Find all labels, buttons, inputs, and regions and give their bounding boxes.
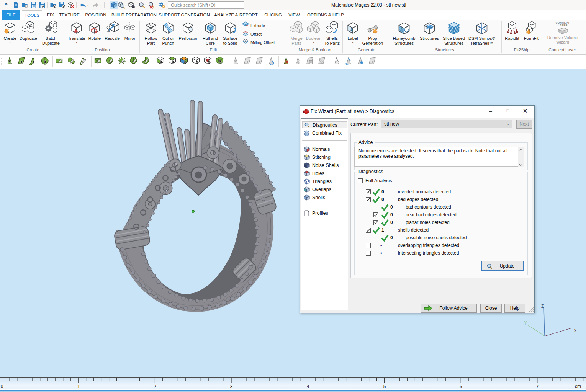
svg-text:7: 7 (536, 384, 539, 389)
svg-text:4: 4 (307, 384, 309, 389)
svg-text:3: 3 (230, 384, 233, 389)
svg-text:X: X (574, 328, 577, 333)
svg-text:Z: Z (541, 304, 544, 309)
svg-text:Y: Y (524, 320, 527, 326)
svg-text:2: 2 (154, 384, 156, 389)
svg-text:5: 5 (383, 384, 386, 389)
svg-text:0: 0 (1, 384, 3, 389)
svg-text:1: 1 (77, 384, 80, 389)
svg-text:6: 6 (460, 384, 462, 389)
svg-text:cm: cm (575, 384, 581, 389)
